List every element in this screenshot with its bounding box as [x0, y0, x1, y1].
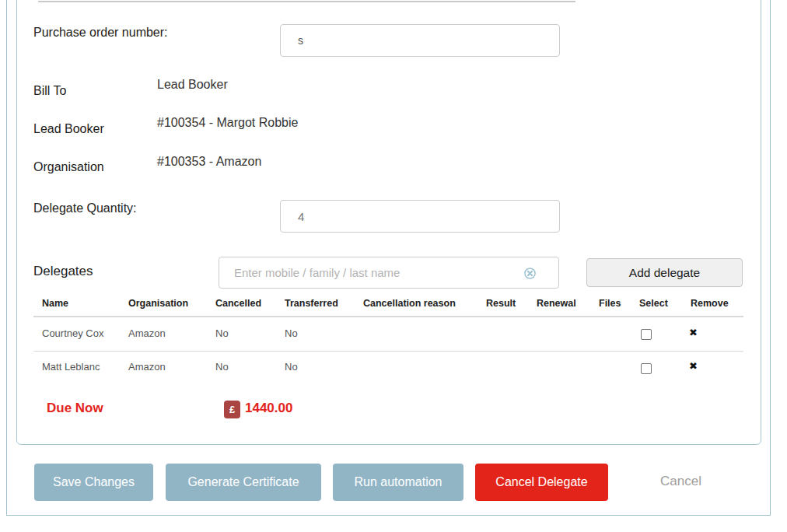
row2-remove-icon[interactable]: ✖: [689, 361, 698, 372]
delegate-search-input[interactable]: [219, 257, 559, 289]
row1-transferred: No: [285, 327, 298, 339]
col-header-result: Result: [486, 298, 516, 309]
purchase-order-label: Purchase order number:: [33, 26, 168, 40]
col-header-transferred: Transferred: [285, 298, 338, 309]
run-automation-button[interactable]: Run automation: [333, 464, 463, 501]
bill-to-label: Bill To: [33, 84, 66, 98]
clear-search-icon[interactable]: [524, 268, 536, 279]
lead-booker-label: Lead Booker: [33, 122, 104, 136]
cancel-delegate-button[interactable]: Cancel Delegate: [475, 464, 608, 501]
purchase-order-input[interactable]: [280, 24, 560, 57]
col-header-name: Name: [42, 298, 68, 309]
col-header-remove: Remove: [691, 298, 729, 309]
bill-to-value: Lead Booker: [157, 78, 228, 92]
col-header-organisation: Organisation: [128, 298, 188, 309]
delegate-quantity-input[interactable]: [280, 200, 560, 233]
col-header-cancelled: Cancelled: [215, 298, 261, 309]
row2-organisation: Amazon: [128, 361, 166, 373]
col-header-cancellation-reason: Cancellation reason: [363, 298, 456, 309]
save-changes-button[interactable]: Save Changes: [34, 464, 153, 501]
row1-select-checkbox[interactable]: [641, 329, 652, 340]
delegates-heading: Delegates: [33, 264, 93, 279]
table-row-divider: [33, 351, 743, 352]
row2-name: Matt Leblanc: [42, 361, 100, 373]
cancel-button[interactable]: Cancel: [656, 473, 706, 490]
row1-name: Courtney Cox: [42, 327, 103, 339]
row2-transferred: No: [285, 361, 298, 373]
lead-booker-value: #100354 - Margot Robbie: [157, 116, 298, 130]
row2-select-checkbox[interactable]: [641, 363, 652, 374]
due-now-label: Due Now: [47, 401, 103, 416]
row1-organisation: Amazon: [128, 327, 166, 339]
col-header-select: Select: [639, 298, 668, 309]
row1-remove-icon[interactable]: ✖: [689, 327, 698, 338]
row1-cancelled: No: [215, 327, 229, 339]
currency-badge: £: [224, 401, 240, 418]
top-divider: [38, 1, 575, 2]
table-header-divider: [33, 316, 743, 317]
organisation-label: Organisation: [33, 160, 104, 174]
add-delegate-button[interactable]: Add delegate: [586, 258, 743, 287]
col-header-files: Files: [599, 298, 621, 309]
row2-cancelled: No: [215, 361, 229, 373]
due-now-amount: 1440.00: [245, 401, 292, 416]
col-header-renewal: Renewal: [537, 298, 576, 309]
delegate-quantity-label: Delegate Quantity:: [33, 201, 137, 215]
generate-certificate-button[interactable]: Generate Certificate: [166, 464, 321, 501]
organisation-value: #100353 - Amazon: [157, 155, 261, 169]
delegate-booking-form: Purchase order number: Bill To Lead Book…: [0, 0, 787, 532]
